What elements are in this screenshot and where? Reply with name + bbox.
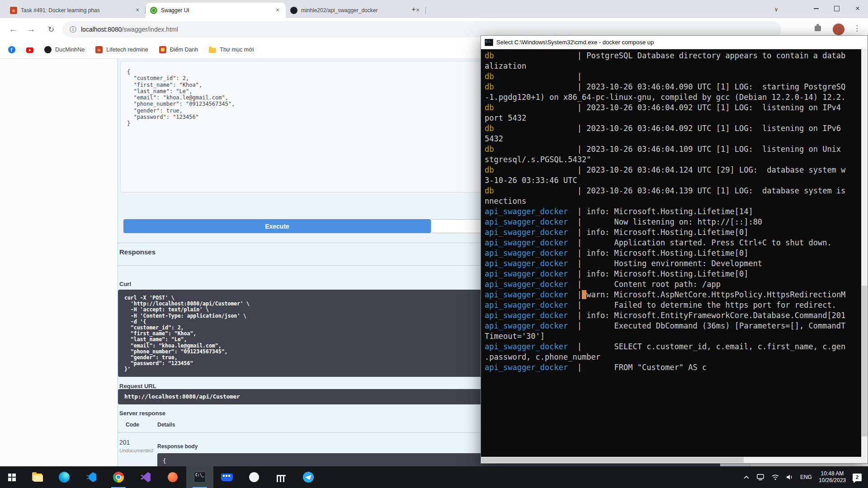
browser-tab[interactable]: minhle202/api_swagger_docker× bbox=[286, 3, 426, 18]
browser-menu-icon[interactable]: ⋮ bbox=[853, 23, 861, 33]
curl-label: Curl bbox=[119, 281, 131, 287]
terminal-line: db | 2023-10-26 03:46:04.139 UTC [1] LOG… bbox=[485, 186, 861, 196]
reload-button[interactable]: ↻ bbox=[43, 22, 59, 37]
terminal-line: db | PostgreSQL Database directory appea… bbox=[485, 51, 861, 61]
code-column-header: Code bbox=[126, 422, 139, 428]
app-orange-taskbar-button[interactable] bbox=[159, 466, 186, 488]
scrollbar-thumb[interactable] bbox=[481, 457, 744, 463]
minimize-button[interactable] bbox=[806, 0, 826, 17]
start-button[interactable] bbox=[0, 466, 24, 488]
terminal-line: api_swagger_docker | info: Microsoft.Hos… bbox=[485, 206, 861, 217]
taskbar-clock[interactable]: 10:48 AM 10/26/2023 bbox=[819, 470, 846, 484]
tab-search-chevron-icon[interactable]: ∨ bbox=[770, 4, 782, 15]
ethernet-icon[interactable] bbox=[756, 474, 764, 480]
github-favicon bbox=[290, 7, 297, 14]
scrollbar-thumb[interactable] bbox=[862, 286, 867, 436]
bookmark-item[interactable]: DucMinhNe bbox=[44, 46, 85, 53]
terminal-line: db | 2023-10-26 03:46:04.124 UTC [29] LO… bbox=[485, 165, 861, 175]
diemdanh-favicon bbox=[159, 46, 166, 53]
bookmark-item[interactable] bbox=[26, 47, 33, 53]
terminal-line: nnections bbox=[485, 196, 861, 206]
telegram-taskbar-button[interactable] bbox=[295, 466, 322, 488]
terminal-vertical-scrollbar[interactable] bbox=[861, 49, 868, 457]
terminal-line: db | 2023-10-26 03:46:04.092 UTC [1] LOG… bbox=[485, 123, 861, 134]
response-code-note: Undocumented bbox=[119, 448, 153, 453]
profile-avatar[interactable] bbox=[833, 23, 844, 35]
extensions-icon[interactable] bbox=[815, 26, 821, 31]
request-url-label: Request URL bbox=[119, 383, 156, 389]
execute-button[interactable]: Execute bbox=[123, 219, 431, 233]
system-tray: ENG 10:48 AM 10/26/2023 2 bbox=[743, 466, 868, 488]
bookmark-label: DucMinhNe bbox=[55, 47, 85, 53]
tab-close-icon[interactable]: × bbox=[134, 7, 141, 14]
terminal-line: alization bbox=[485, 61, 861, 71]
tab-title: minhle202/api_swagger_docker bbox=[301, 7, 410, 14]
bookmark-item[interactable] bbox=[8, 46, 15, 53]
close-button[interactable]: × bbox=[847, 0, 868, 17]
terminal-icon bbox=[194, 472, 206, 483]
terminal-line: .password, c.phone_number bbox=[485, 352, 861, 362]
app-white-taskbar-button[interactable] bbox=[241, 466, 268, 488]
terminal-line: stgresql/.s.PGSQL.5432" bbox=[485, 155, 861, 165]
terminal-titlebar[interactable]: Select C:\Windows\System32\cmd.exe - doc… bbox=[481, 36, 868, 49]
volume-icon[interactable] bbox=[786, 474, 793, 480]
server-response-label: Server response bbox=[119, 410, 165, 417]
forward-button[interactable]: → bbox=[24, 22, 39, 37]
maximize-button[interactable] bbox=[826, 0, 847, 17]
terminal-line: db | 2023-10-26 03:46:04.109 UTC [1] LOG… bbox=[485, 144, 861, 155]
response-code: 201 bbox=[119, 439, 130, 446]
docker-taskbar-button[interactable] bbox=[213, 466, 241, 488]
new-tab-button[interactable]: + bbox=[408, 4, 420, 15]
vscode-taskbar-button[interactable] bbox=[78, 466, 105, 488]
responses-title: Responses bbox=[119, 248, 156, 256]
redmine-favicon bbox=[95, 46, 103, 53]
terminal-line: api_swagger_docker | Executed DbCommand … bbox=[485, 321, 861, 331]
bookmark-label: Điểm Danh bbox=[170, 47, 198, 53]
scrollbar-corner bbox=[861, 457, 868, 463]
file-explorer-icon bbox=[32, 474, 42, 481]
terminal-line: 5432 bbox=[485, 134, 861, 144]
bookmark-item[interactable]: Lifetech redmine bbox=[95, 46, 148, 53]
bookmark-item[interactable]: Thư mục mới bbox=[209, 46, 254, 53]
terminal-line: port 5432 bbox=[485, 113, 861, 123]
browser-tab[interactable]: Task #491: Docker learning phas× bbox=[5, 3, 146, 18]
back-button[interactable]: ← bbox=[5, 22, 21, 37]
terminal-output[interactable]: db | PostgreSQL Database directory appea… bbox=[481, 49, 861, 457]
visual-studio-taskbar-button[interactable] bbox=[132, 466, 159, 488]
terminal-taskbar-button[interactable] bbox=[186, 466, 213, 488]
terminal-horizontal-scrollbar[interactable] bbox=[481, 457, 861, 463]
site-info-icon[interactable]: ⓘ bbox=[70, 25, 76, 34]
app-columns-icon bbox=[277, 475, 286, 482]
youtube-favicon bbox=[26, 47, 33, 53]
app-columns-taskbar-button[interactable] bbox=[268, 466, 295, 488]
terminal-line: api_swagger_docker | FROM "Customer" AS … bbox=[485, 362, 861, 373]
terminal-line: db | 2023-10-26 03:46:04.090 UTC [1] LOG… bbox=[485, 82, 861, 92]
app-orange-icon bbox=[168, 472, 178, 482]
wifi-icon[interactable] bbox=[771, 474, 779, 480]
bookmark-item[interactable]: Điểm Danh bbox=[159, 46, 198, 53]
swagger-favicon bbox=[150, 7, 157, 14]
chrome-taskbar-button[interactable] bbox=[105, 466, 132, 488]
terminal-line: api_swagger_docker | Now listening on: h… bbox=[485, 217, 861, 227]
response-body-label: Response body bbox=[157, 443, 198, 450]
browser-tab[interactable]: Swagger UI× bbox=[146, 3, 286, 18]
windows-logo-icon bbox=[8, 474, 16, 481]
maximize-icon bbox=[834, 6, 840, 11]
app-white-icon bbox=[249, 472, 259, 482]
terminal-line: api_swagger_docker | warn: Microsoft.Asp… bbox=[485, 290, 861, 300]
terminal-title: Select C:\Windows\System32\cmd.exe - doc… bbox=[496, 39, 654, 46]
folder-favicon bbox=[209, 48, 216, 53]
file-explorer-taskbar-button[interactable] bbox=[24, 466, 51, 488]
details-column-header: Details bbox=[157, 422, 175, 428]
action-center-icon[interactable]: 2 bbox=[853, 474, 862, 481]
url-host: localhost:8080 bbox=[81, 26, 122, 33]
hidden-icons-chevron-icon[interactable] bbox=[743, 475, 750, 479]
terminal-line: 3-10-26 03:33:46 UTC bbox=[485, 175, 861, 186]
language-indicator[interactable]: ENG bbox=[800, 474, 812, 480]
edge-taskbar-button[interactable] bbox=[51, 466, 78, 488]
redmine-favicon bbox=[10, 7, 17, 14]
tab-close-icon[interactable]: × bbox=[274, 7, 281, 14]
terminal-line: api_swagger_docker | info: Microsoft.Hos… bbox=[485, 248, 861, 258]
chrome-icon bbox=[113, 472, 124, 483]
terminal-line: api_swagger_docker | info: Microsoft.Hos… bbox=[485, 269, 861, 279]
